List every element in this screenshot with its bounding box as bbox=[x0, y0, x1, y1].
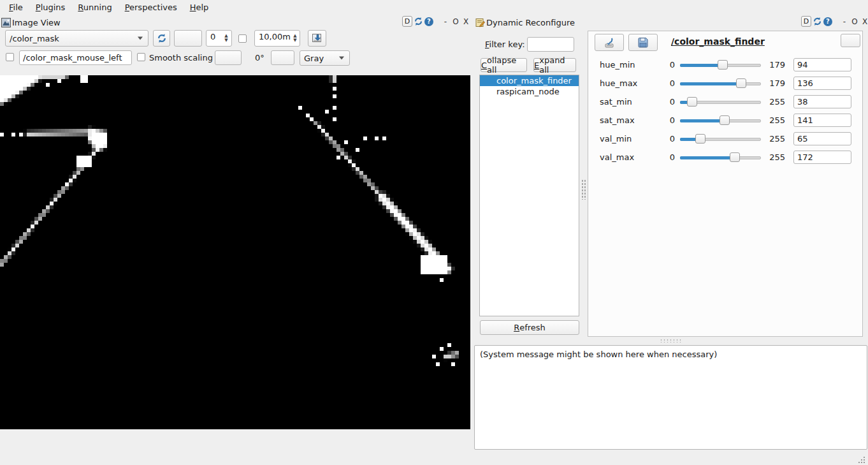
param-row-val_max: val_max0255 bbox=[588, 148, 862, 166]
menu-item-help[interactable]: Help bbox=[184, 1, 215, 13]
rotation-label: 0° bbox=[255, 53, 264, 63]
param-value-input[interactable] bbox=[793, 151, 851, 164]
load-settings-icon bbox=[603, 37, 616, 48]
node-list-item-color_mask_finder[interactable]: color_mask_finder bbox=[480, 75, 579, 86]
slider-handle[interactable] bbox=[720, 115, 730, 125]
refresh-nodes-button[interactable]: Refresh bbox=[480, 320, 579, 335]
color-scheme-value: Gray bbox=[304, 54, 324, 63]
param-slider[interactable] bbox=[680, 152, 761, 163]
save-image-button[interactable] bbox=[308, 30, 326, 47]
color-scheme-combobox[interactable]: Gray bbox=[300, 50, 350, 66]
param-name: hue_min bbox=[588, 60, 662, 70]
mouse-topic-input[interactable] bbox=[19, 50, 132, 65]
max-range-spinbox[interactable]: 10,00m ▲▼ bbox=[254, 30, 300, 47]
param-max-label: 255 bbox=[766, 97, 785, 107]
save-settings-icon bbox=[637, 37, 649, 48]
load-settings-button[interactable] bbox=[595, 34, 624, 51]
reload-plugin-icon[interactable] bbox=[414, 17, 423, 26]
param-slider[interactable] bbox=[680, 96, 761, 108]
blank-toolbar-button[interactable] bbox=[174, 30, 202, 47]
vertical-splitter-handle[interactable] bbox=[581, 179, 586, 200]
smooth-scaling-label: Smooth scaling bbox=[149, 53, 213, 63]
maximize-button[interactable]: O bbox=[850, 17, 859, 26]
topic-combobox[interactable]: /color_mask bbox=[5, 30, 148, 47]
menu-item-perspectives[interactable]: Perspectives bbox=[119, 1, 184, 13]
dock-button[interactable]: D bbox=[402, 16, 412, 27]
param-min-label: 0 bbox=[662, 152, 675, 162]
slider-handle[interactable] bbox=[695, 134, 705, 144]
maximize-button[interactable]: O bbox=[451, 17, 460, 26]
blank-toolbar-button-3[interactable] bbox=[271, 50, 294, 65]
param-row-hue_max: hue_max0179 bbox=[588, 74, 862, 92]
slider-handle[interactable] bbox=[730, 152, 740, 162]
blank-panel-button[interactable] bbox=[841, 34, 860, 47]
resize-grip[interactable] bbox=[857, 455, 865, 464]
minimize-button[interactable]: - bbox=[441, 17, 450, 26]
slider-handle[interactable] bbox=[687, 97, 697, 107]
param-max-label: 179 bbox=[766, 60, 785, 70]
dock-button[interactable]: D bbox=[801, 16, 811, 27]
param-max-label: 255 bbox=[766, 152, 785, 162]
param-value-input[interactable] bbox=[793, 95, 851, 108]
spinner-arrows-icon[interactable]: ▲▼ bbox=[291, 31, 300, 46]
system-message-box: (System message might be shown here when… bbox=[474, 345, 867, 450]
menu-item-running[interactable]: Running bbox=[71, 1, 118, 13]
param-min-label: 0 bbox=[662, 78, 675, 88]
parameter-rows: hue_min0179hue_max0179sat_min0255sat_max… bbox=[588, 55, 862, 166]
param-value-input[interactable] bbox=[793, 77, 851, 90]
menu-bar: FilePluginsRunningPerspectivesHelp bbox=[0, 0, 868, 14]
slider-fill bbox=[680, 119, 725, 122]
blank-toolbar-button-2[interactable] bbox=[215, 50, 242, 65]
refresh-topics-button[interactable] bbox=[153, 30, 170, 47]
dynamic-reconfigure-icon bbox=[475, 18, 485, 27]
minimize-button[interactable]: - bbox=[840, 17, 849, 26]
param-row-sat_min: sat_min0255 bbox=[588, 92, 862, 111]
save-settings-button[interactable] bbox=[628, 34, 658, 51]
zoom-spinbox-value: 0 bbox=[206, 31, 221, 46]
publish-mouse-checkbox[interactable] bbox=[6, 53, 14, 61]
param-slider[interactable] bbox=[680, 78, 761, 89]
zoom-spinbox[interactable]: 0 ▲▼ bbox=[206, 30, 232, 47]
image-view-titlebar-buttons: D ? - O X bbox=[402, 16, 470, 27]
slider-handle[interactable] bbox=[736, 78, 746, 88]
menu-item-file[interactable]: File bbox=[3, 1, 29, 13]
image-view-icon bbox=[1, 18, 11, 27]
parameters-panel: /color_mask_finder hue_min0179hue_max017… bbox=[588, 31, 863, 337]
menu-item-plugins[interactable]: Plugins bbox=[29, 1, 72, 13]
dynamic-reconfigure-title: Dynamic Reconfigure bbox=[486, 18, 575, 27]
param-slider[interactable] bbox=[680, 133, 761, 145]
refresh-topics-icon bbox=[157, 33, 167, 43]
slider-handle[interactable] bbox=[718, 60, 728, 70]
param-min-label: 0 bbox=[662, 115, 675, 125]
image-view-titlebar: Image View bbox=[1, 15, 470, 29]
collapse-all-button[interactable]: Collapse all bbox=[481, 58, 527, 72]
image-view-title: Image View bbox=[12, 18, 61, 27]
param-slider[interactable] bbox=[680, 59, 761, 71]
param-name: val_max bbox=[588, 152, 662, 162]
save-image-icon bbox=[312, 33, 322, 43]
dynamic-reconfigure-titlebar-buttons: D ? - O X bbox=[801, 16, 868, 27]
param-value-input[interactable] bbox=[793, 58, 851, 71]
reload-plugin-icon[interactable] bbox=[813, 17, 822, 26]
spinner-arrows-icon[interactable]: ▲▼ bbox=[221, 31, 231, 46]
filter-key-input[interactable] bbox=[527, 37, 574, 52]
expand-all-button[interactable]: Expand all bbox=[533, 58, 576, 72]
close-button[interactable]: X bbox=[461, 17, 470, 26]
param-min-label: 0 bbox=[662, 134, 675, 144]
rqt-window: FilePluginsRunningPerspectivesHelp Image… bbox=[0, 0, 868, 465]
node-list-item-raspicam_node[interactable]: raspicam_node bbox=[480, 86, 579, 97]
filter-key-label: Filter key: bbox=[485, 40, 525, 49]
horizontal-splitter-handle[interactable] bbox=[660, 339, 683, 343]
param-value-input[interactable] bbox=[793, 114, 851, 127]
close-button[interactable]: X bbox=[860, 17, 868, 26]
help-plugin-icon[interactable]: ? bbox=[823, 17, 832, 26]
smooth-scaling-checkbox[interactable] bbox=[137, 53, 145, 61]
param-max-label: 179 bbox=[766, 78, 785, 88]
param-slider[interactable] bbox=[680, 115, 761, 126]
param-name: val_min bbox=[588, 134, 662, 144]
slider-fill bbox=[680, 156, 735, 159]
max-range-spinbox-value: 10,00m bbox=[255, 31, 291, 46]
dynamic-range-checkbox[interactable] bbox=[238, 34, 247, 43]
help-plugin-icon[interactable]: ? bbox=[424, 17, 433, 26]
param-value-input[interactable] bbox=[793, 132, 851, 145]
